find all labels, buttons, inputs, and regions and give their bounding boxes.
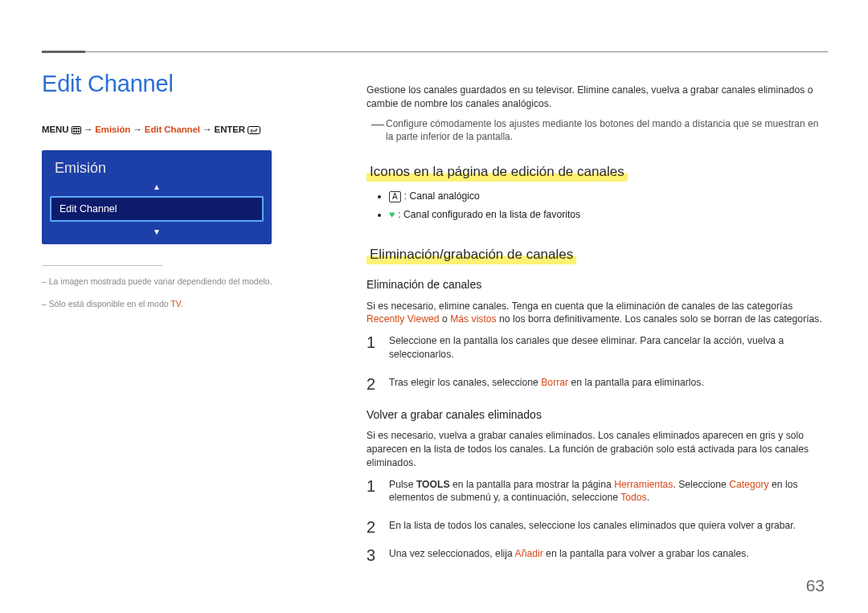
tv-menu-selected-item[interactable]: Edit Channel: [50, 196, 264, 222]
subheading-regrabar: Volver a grabar canales eliminados: [366, 407, 828, 423]
arrow: →: [133, 125, 141, 134]
section-heading-elim: Eliminación/grabación de canales: [366, 244, 576, 264]
svg-rect-1: [73, 128, 75, 129]
elim-step-2: 2 Tras elegir los canales, seleccione Bo…: [366, 376, 828, 390]
arrow: →: [203, 125, 211, 134]
manual-page: Edit Channel MENU → Emisión → Edit Chann…: [0, 0, 868, 613]
intro-paragraph: Gestione los canales guardados en su tel…: [366, 84, 828, 111]
menu-label: MENU: [42, 125, 68, 134]
elim-steps: 1 Seleccione en la pantalla los canales …: [366, 334, 828, 389]
enter-label: ENTER: [215, 125, 245, 134]
svg-rect-5: [75, 131, 76, 133]
top-rule: [42, 51, 828, 52]
svg-rect-0: [72, 127, 80, 134]
regrab-steps: 1 Pulse TOOLS en la pantalla para mostra…: [366, 478, 828, 561]
step-number: 3: [366, 545, 375, 567]
regrab-step-3: 3 Una vez seleccionados, elija Añadir en…: [366, 547, 828, 561]
tip-text: Configure cómodamente los ajustes median…: [386, 118, 818, 143]
menu-path: MENU → Emisión → Edit Channel → ENTER: [42, 125, 283, 136]
legend-favorite: ♥: Canal configurado en la lista de favo…: [389, 208, 828, 222]
tip-dash-icon: ―: [371, 116, 384, 133]
page-number: 63: [806, 576, 825, 595]
chevron-up-icon[interactable]: ▲: [48, 183, 265, 191]
icon-legend-list: A: Canal analógico ♥: Canal configurado …: [366, 190, 828, 222]
tip-note: ― Configure cómodamente los ajustes medi…: [366, 117, 828, 144]
note-tv-mode: – Sólo está disponible en el modo TV.: [42, 298, 283, 311]
step-number: 1: [366, 332, 375, 354]
chevron-down-icon[interactable]: ▼: [48, 228, 265, 236]
subheading-eliminacion: Eliminación de canales: [366, 277, 828, 292]
note-image-variance: – La imagen mostrada puede variar depend…: [42, 276, 283, 288]
elim-step-1: 1 Seleccione en la pantalla los canales …: [366, 334, 828, 362]
tv-menu-header: Emisión: [48, 155, 265, 183]
svg-rect-3: [77, 128, 79, 129]
path-emision: Emisión: [95, 125, 130, 134]
legend-analog: A: Canal analógico: [389, 190, 828, 203]
svg-rect-2: [75, 128, 76, 129]
svg-rect-7: [248, 127, 260, 134]
step-number: 2: [366, 517, 375, 539]
heart-icon: ♥: [389, 209, 395, 220]
right-column: Gestione los canales guardados en su tel…: [366, 84, 828, 575]
regrab-step-1: 1 Pulse TOOLS en la pantalla para mostra…: [366, 478, 828, 505]
arrow: →: [84, 125, 92, 134]
section-heading-icons: Iconos en la página de edición de canale…: [366, 161, 628, 182]
left-column: Edit Channel MENU → Emisión → Edit Chann…: [42, 71, 283, 311]
top-rule-accent: [42, 51, 85, 53]
path-edit-channel: Edit Channel: [145, 125, 200, 134]
analog-badge-icon: A: [389, 191, 401, 202]
left-divider: [42, 265, 162, 266]
elim-intro: Si es necesario, elimine canales. Tenga …: [366, 300, 828, 327]
regrab-intro: Si es necesario, vuelva a grabar canales…: [366, 429, 828, 469]
regrab-step-2: 2 En la lista de todos los canales, sele…: [366, 519, 828, 533]
step-number: 1: [366, 476, 375, 498]
menu-icon: [72, 126, 81, 136]
svg-rect-4: [73, 131, 75, 133]
step-number: 2: [366, 374, 375, 396]
page-title: Edit Channel: [42, 71, 283, 97]
tv-menu-preview: Emisión ▲ Edit Channel ▼: [42, 150, 272, 244]
svg-rect-6: [77, 131, 79, 133]
enter-icon: [248, 126, 260, 136]
